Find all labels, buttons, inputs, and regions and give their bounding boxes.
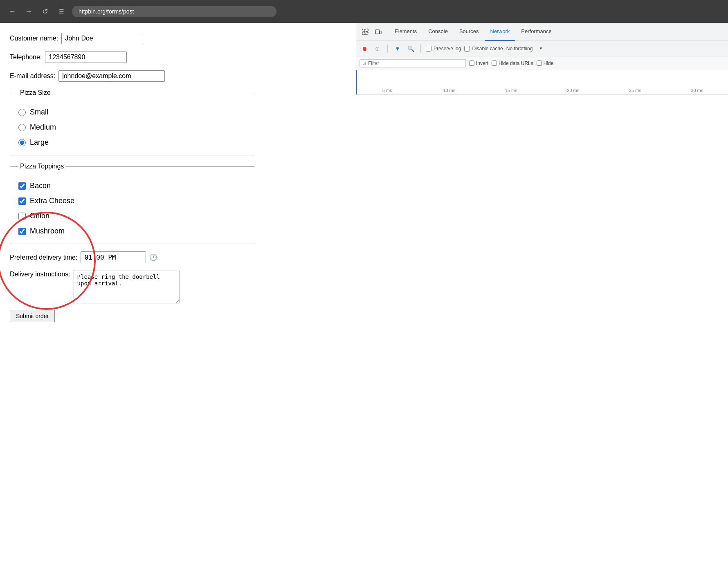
topping-onion-row: Onion xyxy=(18,212,247,220)
devtools-filter-row: ⊿ Invert Hide data URLs Hide xyxy=(356,56,728,70)
responsive-view-icon[interactable] xyxy=(373,26,384,38)
delivery-time-input[interactable] xyxy=(81,251,146,263)
main-layout: Customer name: Telephone: E-mail address… xyxy=(0,23,728,565)
select-element-icon[interactable] xyxy=(360,26,371,38)
size-medium-label: Medium xyxy=(30,123,56,132)
topping-bacon-row: Bacon xyxy=(18,182,247,190)
size-medium-radio[interactable] xyxy=(18,124,26,131)
svg-rect-3 xyxy=(366,32,368,35)
back-button[interactable]: ← xyxy=(7,6,18,17)
tab-performance[interactable]: Performance xyxy=(515,23,557,41)
svg-rect-2 xyxy=(362,32,365,35)
tab-sources[interactable]: Sources xyxy=(454,23,485,41)
customer-name-label: Customer name: xyxy=(10,35,58,42)
submit-row: Submit order xyxy=(10,310,346,322)
timeline-label-3: 15 ms xyxy=(480,88,542,93)
pizza-size-fieldset: Pizza Size Small Medium Large xyxy=(10,89,255,155)
record-button[interactable]: ⏺ xyxy=(360,44,369,54)
hide-data-urls-label[interactable]: Hide data URLs xyxy=(492,61,533,66)
svg-rect-0 xyxy=(362,29,365,31)
clock-icon: 🕐 xyxy=(149,253,157,261)
svg-rect-4 xyxy=(375,30,380,34)
filter-input-wrap: ⊿ xyxy=(360,59,466,67)
email-input[interactable] xyxy=(58,70,165,82)
timeline-label-6: 30 ms xyxy=(666,88,728,93)
pizza-toppings-legend: Pizza Toppings xyxy=(18,163,65,170)
submit-order-button[interactable]: Submit order xyxy=(10,310,55,322)
timeline-label-4: 20 ms xyxy=(542,88,604,93)
toolbar-separator-1 xyxy=(387,45,388,53)
tab-console[interactable]: Console xyxy=(422,23,454,41)
hide-checkbox[interactable] xyxy=(537,61,542,66)
tab-network[interactable]: Network xyxy=(485,23,516,41)
topping-mushroom-row: Mushroom xyxy=(18,227,247,235)
customer-name-input[interactable] xyxy=(61,33,143,44)
size-medium-row: Medium xyxy=(18,123,247,132)
timeline-labels: 5 ms 10 ms 15 ms 20 ms 25 ms 30 ms xyxy=(356,88,728,93)
hide-data-urls-checkbox[interactable] xyxy=(492,61,497,66)
delivery-instructions-row: Delivery instructions: Please ring the d… xyxy=(10,271,346,303)
topping-onion-checkbox[interactable] xyxy=(18,213,26,220)
telephone-input[interactable] xyxy=(45,52,127,63)
size-small-radio[interactable] xyxy=(18,109,26,116)
tab-elements[interactable]: Elements xyxy=(389,23,422,41)
telephone-row: Telephone: xyxy=(10,52,346,63)
delivery-time-label: Preferred delivery time: xyxy=(10,254,77,261)
timeline-label-1: 5 ms xyxy=(356,88,418,93)
filter-input[interactable] xyxy=(368,61,463,66)
delivery-instructions-label: Delivery instructions: xyxy=(10,271,70,278)
size-large-radio[interactable] xyxy=(18,139,26,146)
reload-button[interactable]: ↺ xyxy=(39,6,51,17)
topping-extra-cheese-label: Extra Cheese xyxy=(30,197,74,205)
size-large-row: Large xyxy=(18,138,247,147)
bottom-section: Delivery instructions: Please ring the d… xyxy=(10,271,346,322)
clear-button[interactable]: ⊘ xyxy=(373,44,382,54)
topping-mushroom-label: Mushroom xyxy=(30,227,65,235)
network-requests-list xyxy=(356,95,728,565)
size-small-row: Small xyxy=(18,108,247,117)
search-button[interactable]: 🔍 xyxy=(406,44,416,54)
size-small-label: Small xyxy=(30,108,48,117)
size-large-label: Large xyxy=(30,138,49,147)
topping-extra-cheese-row: Extra Cheese xyxy=(18,197,247,205)
forward-button[interactable]: → xyxy=(23,6,34,17)
pizza-toppings-fieldset: Pizza Toppings Bacon Extra Cheese Onion … xyxy=(10,163,255,244)
menu-icon: ☰ xyxy=(56,6,67,17)
pizza-size-legend: Pizza Size xyxy=(18,89,52,96)
no-throttling-label: No throttling xyxy=(506,46,533,52)
topping-onion-label: Onion xyxy=(30,212,49,220)
filter-icon-button[interactable]: ▼ xyxy=(393,44,402,54)
disable-cache-checkbox[interactable] xyxy=(464,46,470,52)
topping-extra-cheese-checkbox[interactable] xyxy=(18,197,26,205)
web-page: Customer name: Telephone: E-mail address… xyxy=(0,23,356,565)
filter-funnel-icon: ⊿ xyxy=(362,61,366,66)
invert-label[interactable]: Invert xyxy=(469,61,488,66)
invert-checkbox[interactable] xyxy=(469,61,474,66)
disable-cache-label[interactable]: Disable cache xyxy=(464,46,503,52)
browser-chrome: ← → ↺ ☰ httpbin.org/forms/post xyxy=(0,0,728,23)
email-row: E-mail address: xyxy=(10,70,346,82)
timeline-label-2: 10 ms xyxy=(418,88,481,93)
devtools-tabs-bar: Elements Console Sources Network Perform… xyxy=(356,23,728,41)
toolbar-separator-2 xyxy=(420,45,421,53)
throttling-dropdown-button[interactable]: ▼ xyxy=(536,44,546,54)
preserve-log-label[interactable]: Preserve log xyxy=(426,46,461,52)
devtools-icons-area xyxy=(360,26,384,38)
delivery-time-row: Preferred delivery time: 🕐 xyxy=(10,251,346,263)
svg-rect-1 xyxy=(366,29,368,31)
telephone-label: Telephone: xyxy=(10,54,42,61)
timeline-label-5: 25 ms xyxy=(604,88,666,93)
topping-bacon-label: Bacon xyxy=(30,182,51,190)
svg-rect-5 xyxy=(380,31,381,34)
hide-label[interactable]: Hide xyxy=(537,61,554,66)
email-label: E-mail address: xyxy=(10,72,55,80)
preserve-log-checkbox[interactable] xyxy=(426,46,431,52)
devtools-toolbar: ⏺ ⊘ ▼ 🔍 Preserve log Disable cache No th… xyxy=(356,41,728,56)
customer-name-row: Customer name: xyxy=(10,33,346,44)
topping-bacon-checkbox[interactable] xyxy=(18,182,26,190)
topping-mushroom-checkbox[interactable] xyxy=(18,228,26,235)
devtools-panel: Elements Console Sources Network Perform… xyxy=(356,23,728,565)
delivery-instructions-textarea[interactable]: Please ring the doorbell upon arrival. xyxy=(74,271,180,303)
network-timeline: 5 ms 10 ms 15 ms 20 ms 25 ms 30 ms xyxy=(356,70,728,95)
address-bar[interactable]: httpbin.org/forms/post xyxy=(72,6,276,17)
